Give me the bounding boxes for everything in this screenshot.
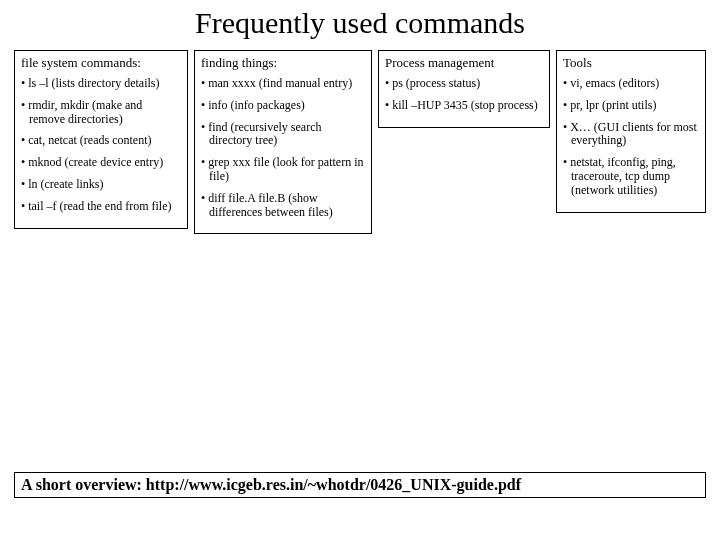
list-item: find (recursively search directory tree) (201, 121, 365, 149)
column-filesystem: file system commands: ls –l (lists direc… (14, 50, 188, 229)
column-process: Process management ps (process status) k… (378, 50, 550, 128)
list-item: tail –f (read the end from file) (21, 200, 181, 214)
list-item: kill –HUP 3435 (stop process) (385, 99, 543, 113)
columns-container: file system commands: ls –l (lists direc… (0, 40, 720, 234)
list-item: ln (create links) (21, 178, 181, 192)
list-item: grep xxx file (look for pattern in file) (201, 156, 365, 184)
column-tools: Tools vi, emacs (editors) pr, lpr (print… (556, 50, 706, 213)
list-item: ls –l (lists directory details) (21, 77, 181, 91)
list-item: info (info packages) (201, 99, 365, 113)
list-item: man xxxx (find manual entry) (201, 77, 365, 91)
list-item: ps (process status) (385, 77, 543, 91)
list-item: mknod (create device entry) (21, 156, 181, 170)
column-heading: Process management (385, 55, 543, 71)
column-heading: finding things: (201, 55, 365, 71)
list-item: pr, lpr (print utils) (563, 99, 699, 113)
column-finding: finding things: man xxxx (find manual en… (194, 50, 372, 234)
page-title: Frequently used commands (0, 0, 720, 40)
list-item: vi, emacs (editors) (563, 77, 699, 91)
list-item: rmdir, mkdir (make and remove directorie… (21, 99, 181, 127)
list-item: cat, netcat (reads content) (21, 134, 181, 148)
footer-link: A short overview: http://www.icgeb.res.i… (14, 472, 706, 498)
column-heading: file system commands: (21, 55, 181, 71)
column-heading: Tools (563, 55, 699, 71)
list-item: diff file.A file.B (show differences bet… (201, 192, 365, 220)
slide: Frequently used commands file system com… (0, 0, 720, 540)
list-item: netstat, ifconfig, ping, traceroute, tcp… (563, 156, 699, 197)
list-item: X… (GUI clients for most everything) (563, 121, 699, 149)
